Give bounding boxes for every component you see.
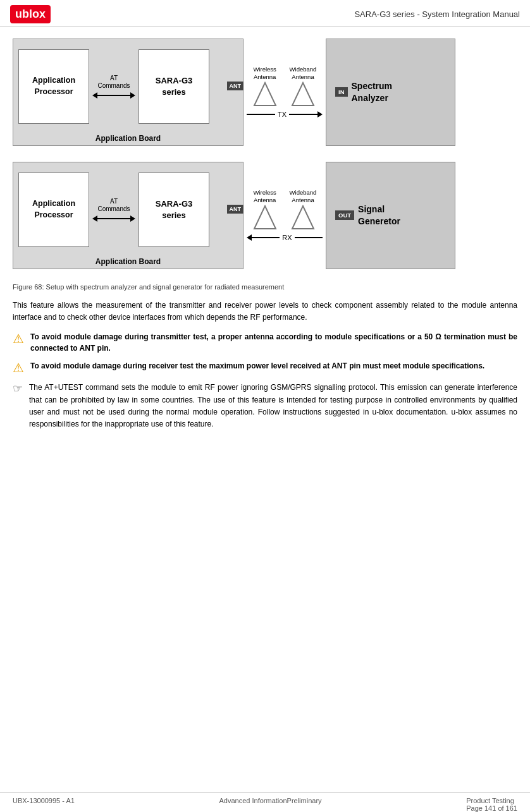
tx-arrow-line-1 (247, 114, 275, 115)
logo-box: ublox (10, 5, 51, 23)
board-label-1: Application Board (96, 134, 161, 143)
at-arrow-1 (92, 92, 135, 99)
svg-marker-0 (254, 83, 276, 106)
board-inner-2: ApplicationProcessor ATCommands SARA-G3s… (13, 162, 243, 269)
at-arrow-2 (92, 215, 135, 222)
wireless-ant-svg-1 (253, 82, 277, 107)
body-paragraph: This feature allows the measurement of t… (13, 300, 517, 324)
board-label-2: Application Board (96, 257, 161, 266)
wireless-ant-label-2: WirelessAntenna (253, 189, 276, 203)
tx-label-1: TX (278, 111, 287, 118)
antenna-section-2: WirelessAntenna WidebandAntenna RX (243, 162, 326, 269)
warning-text-2: To avoid module damage during receiver t… (30, 360, 484, 372)
in-tag-1: IN (335, 87, 348, 97)
two-antennas-2: WirelessAntenna WidebandAntenna (253, 189, 317, 230)
wideband-ant-label-2: WidebandAntenna (290, 189, 317, 203)
tx-arrowhead-1 (317, 111, 323, 118)
footer-right-line2: Page 141 of 161 (466, 804, 517, 812)
ant-tag-2: ANT (227, 205, 244, 214)
tx-arrow-line-2 (289, 114, 317, 115)
rx-arrowhead-2 (247, 234, 252, 241)
footer-right-line1: Product Testing (466, 797, 514, 804)
footer-left: UBX-13000995 - A1 (13, 797, 75, 812)
tx-row-1: TX (247, 111, 323, 118)
wireless-ant-label-1: WirelessAntenna (253, 66, 276, 80)
svg-marker-2 (254, 206, 276, 229)
rx-label-2: RX (282, 234, 292, 241)
logo-u: u (15, 8, 22, 20)
arrow-head-left-1 (92, 92, 97, 99)
out-tag-2: OUT (335, 210, 354, 220)
logo-blox: blox (22, 8, 46, 20)
app-processor-2: ApplicationProcessor (18, 173, 89, 247)
diagram2-row: ApplicationProcessor ATCommands SARA-G3s… (13, 160, 517, 270)
at-commands-area-1: ATCommands (89, 75, 139, 99)
wireless-antenna-2: WirelessAntenna (253, 189, 277, 230)
wireless-ant-svg-2 (253, 205, 277, 230)
ant-tag-1: ANT (227, 82, 244, 90)
sara-box-2: SARA-G3series (139, 173, 209, 247)
antenna-section-1: WirelessAntenna WidebandAntenna TX (243, 39, 326, 146)
footer-right: Product Testing Page 141 of 161 (466, 797, 517, 812)
warning-text-1: To avoid module damage during transmitte… (30, 331, 517, 354)
two-antennas-1: WirelessAntenna WidebandAntenna (253, 66, 317, 107)
page-footer: UBX-13000995 - A1 Advanced InformationPr… (0, 792, 530, 812)
logo-area: ublox (10, 5, 53, 23)
at-label-1: ATCommands (97, 75, 130, 90)
rx-arrow-line-2 (295, 237, 323, 238)
rx-row-2: RX (247, 234, 323, 241)
arrow-head-left-2 (92, 215, 97, 222)
arrow-head-right-2 (130, 215, 135, 222)
app-processor-1: ApplicationProcessor (18, 49, 89, 124)
arrow-line-1 (97, 95, 130, 96)
warning-icon-2: ⚠ (13, 360, 24, 375)
spectrum-analyzer-box: IN SpectrumAnalyzer (326, 39, 455, 146)
wireless-antenna-1: WirelessAntenna (253, 66, 277, 107)
warning-block-2: ⚠ To avoid module damage during receiver… (13, 360, 517, 375)
app-board-2: ApplicationProcessor ATCommands SARA-G3s… (13, 162, 243, 269)
at-label-2: ATCommands (97, 198, 130, 213)
wideband-antenna-1: WidebandAntenna (290, 66, 317, 107)
wideband-antenna-2: WidebandAntenna (290, 189, 317, 230)
page-header: ublox SARA-G3 series - System Integratio… (0, 0, 530, 27)
signal-generator-label: SignalGeneretоr (358, 203, 400, 227)
page-title: SARA-G3 series - System Integration Manu… (354, 9, 520, 19)
warning-icon-1: ⚠ (13, 331, 24, 346)
svg-marker-3 (292, 206, 314, 229)
figure-caption: Figure 68: Setup with spectrum analyzer … (13, 283, 517, 291)
wideband-ant-svg-1 (291, 82, 315, 107)
note-block: ☞ The AT+UTEST command sets the module t… (13, 382, 517, 430)
diagram1-row: ApplicationProcessor ATCommands SARA-G3s… (13, 37, 517, 147)
app-board-1: ApplicationProcessor ATCommands SARA-G3s… (13, 39, 243, 146)
ant-tag-wrapper-1: ANT (227, 82, 244, 90)
wideband-ant-svg-2 (291, 205, 315, 230)
wideband-ant-label-1: WidebandAntenna (290, 66, 317, 80)
sara-box-1: SARA-G3series (139, 49, 209, 124)
main-content: ApplicationProcessor ATCommands SARA-G3s… (0, 27, 530, 447)
board-inner-1: ApplicationProcessor ATCommands SARA-G3s… (13, 39, 243, 145)
rx-arrow-line-1 (252, 237, 280, 238)
warning-block-1: ⚠ To avoid module damage during transmit… (13, 331, 517, 354)
footer-center: Advanced InformationPreliminary (219, 797, 322, 812)
arrow-head-right-1 (130, 92, 135, 99)
note-icon: ☞ (13, 382, 23, 396)
signal-generator-box: OUT SignalGeneretоr (326, 162, 455, 269)
svg-marker-1 (292, 83, 314, 106)
spectrum-analyzer-label: SpectrumAnalyzer (352, 80, 393, 104)
at-commands-area-2: ATCommands (89, 198, 139, 222)
ant-tag-wrapper-2: ANT (227, 205, 244, 214)
arrow-line-2 (97, 218, 130, 219)
note-text: The AT+UTEST command sets the module to … (29, 382, 517, 430)
